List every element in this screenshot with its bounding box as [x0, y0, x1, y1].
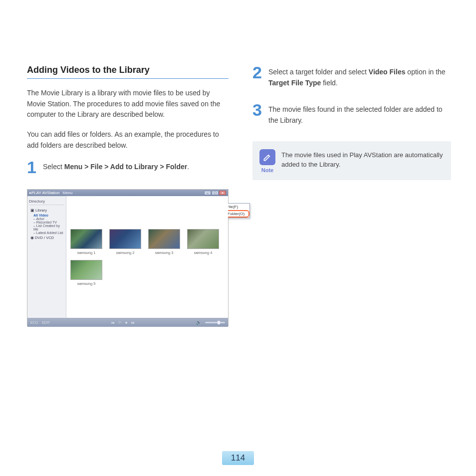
next-icon[interactable]: ⏭	[131, 321, 135, 324]
step-number: 1	[27, 160, 38, 175]
sidebar: Directory ▣ Library All Video – Actor – …	[27, 196, 66, 318]
play-icon[interactable]: ▷	[119, 320, 121, 324]
note-callout: Note The movie files used in Play AVStat…	[252, 141, 451, 180]
step-text: Select a target folder and select Video …	[268, 65, 451, 88]
page-number-badge: 114	[222, 451, 254, 465]
note-label: Note	[259, 167, 275, 173]
sidebar-item-list-created[interactable]: – List Created by Me	[29, 224, 64, 231]
sidebar-item-recorded-tv[interactable]: – Recorded TV	[29, 221, 64, 224]
player-footer: ECO EDIT ⏮ ▷ ■ ⏭ 🔈	[27, 318, 228, 327]
sidebar-item-latest-added[interactable]: – Latest Added List	[29, 231, 64, 235]
volume-slider[interactable]	[205, 322, 225, 323]
content-area: samsung 1 samsung 2 samsung 3 samsung 4 …	[66, 196, 228, 318]
window-close-button[interactable]: ×	[219, 191, 226, 195]
sidebar-item-all-video[interactable]: All Video	[29, 214, 64, 217]
note-text: The movie files used in Play AVStation a…	[281, 149, 444, 170]
sidebar-item-actor[interactable]: – Actor	[29, 217, 64, 221]
intro-paragraph-1: The Movie Library is a library with movi…	[27, 88, 229, 120]
app-titlebar: ▸ PLAY AVStation Menu – □ ×	[27, 190, 228, 196]
step-3: 3 The movie files found in the selected …	[252, 102, 451, 126]
step-number: 3	[252, 102, 263, 118]
prev-icon[interactable]: ⏮	[111, 321, 115, 324]
sidebar-header-directory: Directory	[29, 198, 64, 205]
window-minimize-button[interactable]: –	[204, 191, 211, 195]
video-thumb[interactable]: samsung 4	[187, 229, 219, 255]
video-thumb[interactable]: samsung 5	[70, 260, 102, 286]
pencil-icon	[259, 149, 275, 165]
menubar-label[interactable]: Menu	[62, 191, 72, 195]
video-thumb[interactable]: samsung 2	[109, 229, 141, 255]
section-heading: Adding Videos to the Library	[27, 65, 229, 79]
intro-paragraph-2: You can add files or folders. As an exam…	[27, 129, 229, 151]
speaker-icon[interactable]: 🔈	[196, 320, 201, 325]
window-maximize-button[interactable]: □	[212, 191, 219, 195]
step-number: 2	[252, 65, 263, 80]
app-screenshot: ▸ PLAY AVStation Menu – □ × File(F)▸ Edi…	[27, 189, 229, 326]
step-2: 2 Select a target folder and select Vide…	[252, 65, 451, 88]
sidebar-library[interactable]: ▣ Library	[29, 207, 64, 214]
footer-edit-button[interactable]: EDIT	[42, 321, 50, 324]
step-text: Select Menu > File > Add to Library > Fo…	[43, 160, 189, 173]
stop-icon[interactable]: ■	[125, 321, 127, 324]
app-title: PLAY AVStation	[31, 191, 59, 195]
sidebar-dvd[interactable]: ◉ DVD / VCD	[29, 235, 64, 241]
step-text: The movie files found in the selected fo…	[268, 102, 451, 126]
page-number: 114	[231, 453, 245, 463]
step-1: 1 Select Menu > File > Add to Library > …	[27, 160, 229, 175]
footer-eco-button[interactable]: ECO	[30, 321, 38, 324]
video-thumb[interactable]: samsung 3	[148, 229, 180, 255]
video-thumb[interactable]: samsung 1	[70, 229, 102, 255]
